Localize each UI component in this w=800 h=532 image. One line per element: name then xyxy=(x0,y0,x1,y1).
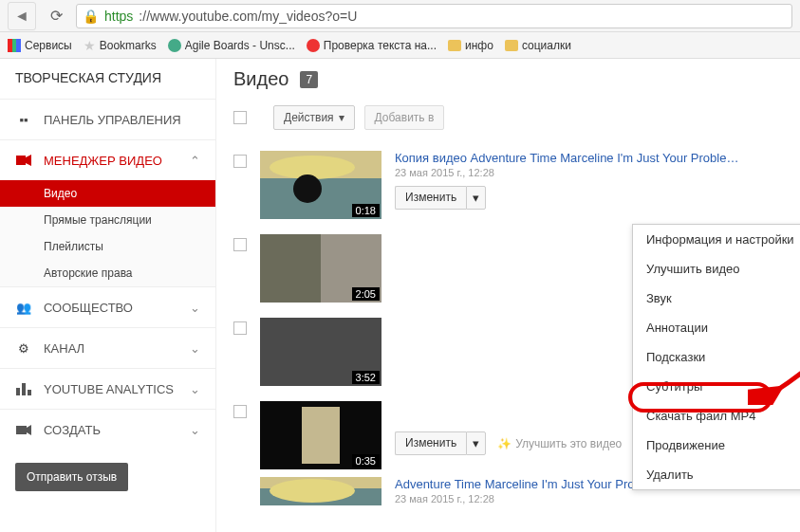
feedback-button[interactable]: Отправить отзыв xyxy=(15,463,128,491)
duration-badge: 2:05 xyxy=(352,287,380,301)
gear-icon: ⚙ xyxy=(15,339,32,357)
page-title: Видео xyxy=(233,68,288,90)
page-header: Видео 7 xyxy=(216,59,800,100)
bookmark-bookmarks[interactable]: ★Bookmarks xyxy=(84,38,157,53)
video-checkbox[interactable] xyxy=(233,321,247,335)
video-thumbnail[interactable]: 0:35 xyxy=(260,401,381,469)
bookmark-agile[interactable]: Agile Boards - Unsc... xyxy=(168,39,295,52)
edit-button[interactable]: Изменить xyxy=(395,186,466,210)
sidebar-sub-playlists[interactable]: Плейлисты xyxy=(0,233,215,260)
video-thumbnail[interactable]: 2:05 xyxy=(260,234,381,303)
url-bar[interactable]: 🔒 https://www.youtube.com/my_videos?o=U xyxy=(76,4,792,28)
sidebar: ТВОРЧЕСКАЯ СТУДИЯ ▪▪ ПАНЕЛЬ УПРАВЛЕНИЯ М… xyxy=(0,59,216,532)
favicon-icon xyxy=(168,39,181,52)
toolbar: Действия▾ Добавить в xyxy=(216,100,800,143)
video-checkbox[interactable] xyxy=(233,155,247,168)
lock-icon: 🔒 xyxy=(83,9,99,24)
edit-dropdown-toggle[interactable]: ▾ xyxy=(466,431,486,455)
video-date: 23 мая 2015 г., 12:28 xyxy=(395,493,783,504)
sidebar-item-dashboard[interactable]: ▪▪ ПАНЕЛЬ УПРАВЛЕНИЯ xyxy=(0,100,215,139)
sidebar-title: ТВОРЧЕСКАЯ СТУДИЯ xyxy=(0,64,215,99)
bookmark-apps[interactable]: Сервисы xyxy=(8,39,72,52)
video-checkbox[interactable] xyxy=(233,238,247,251)
back-button[interactable]: ◄ xyxy=(8,2,36,30)
bookmarks-bar: Сервисы ★Bookmarks Agile Boards - Unsc..… xyxy=(0,32,800,59)
dd-audio[interactable]: Звук xyxy=(633,284,800,313)
duration-badge: 0:18 xyxy=(352,204,380,217)
dd-download[interactable]: Скачать файл MP4 xyxy=(633,401,800,431)
video-thumbnail[interactable]: 0:18 xyxy=(260,151,381,219)
add-to-button[interactable]: Добавить в xyxy=(364,105,445,130)
actions-button[interactable]: Действия▾ xyxy=(273,105,355,130)
svg-rect-3 xyxy=(22,383,26,395)
video-row: 0:18 Копия видео Adventure Time Marcelin… xyxy=(216,143,800,227)
video-thumbnail[interactable] xyxy=(260,477,381,505)
dd-annotations[interactable]: Аннотации xyxy=(633,313,800,342)
folder-icon xyxy=(448,40,461,51)
video-manager-icon xyxy=(15,152,32,169)
dd-delete[interactable]: Удалить xyxy=(633,460,800,489)
url-scheme: https xyxy=(104,9,133,24)
folder-icon xyxy=(505,40,518,51)
bookmark-info[interactable]: инфо xyxy=(448,39,493,52)
chevron-down-icon: ⌄ xyxy=(190,301,200,315)
chevron-down-icon: ⌄ xyxy=(190,423,200,437)
dd-cards[interactable]: Подсказки xyxy=(633,342,800,372)
bookmark-social[interactable]: социалки xyxy=(505,39,571,52)
duration-badge: 0:35 xyxy=(352,454,380,468)
sidebar-item-video-manager[interactable]: МЕНЕДЖЕР ВИДЕО ⌃ xyxy=(0,140,215,180)
wand-icon: ✨ xyxy=(497,437,512,450)
select-all-checkbox[interactable] xyxy=(233,111,247,124)
svg-marker-1 xyxy=(26,155,31,166)
edit-button[interactable]: Изменить xyxy=(395,431,466,455)
chevron-down-icon: ⌄ xyxy=(190,382,200,396)
community-icon: 👥 xyxy=(15,299,32,316)
video-count-badge: 7 xyxy=(300,71,318,88)
dd-enhance[interactable]: Улучшить видео xyxy=(633,254,800,284)
edit-split-button[interactable]: Изменить ▾ xyxy=(395,186,486,210)
caret-down-icon: ▾ xyxy=(339,111,344,124)
sidebar-sub-copyright[interactable]: Авторские права xyxy=(0,260,215,286)
dashboard-icon: ▪▪ xyxy=(15,111,32,128)
dd-subtitles[interactable]: Субтитры xyxy=(633,372,800,401)
video-date: 23 мая 2015 г., 12:28 xyxy=(395,167,783,178)
sidebar-item-create[interactable]: СОЗДАТЬ ⌄ xyxy=(0,410,215,449)
chevron-up-icon: ⌃ xyxy=(190,154,200,168)
favicon-icon xyxy=(307,39,320,52)
apps-grid-icon xyxy=(8,39,21,52)
main-content: Видео 7 Действия▾ Добавить в 0:18 Копия … xyxy=(216,59,800,532)
edit-dropdown-toggle[interactable]: ▾ xyxy=(466,186,486,210)
svg-rect-2 xyxy=(16,388,20,395)
bars-icon xyxy=(15,380,32,397)
edit-dropdown-menu: Информация и настройки Улучшить видео Зв… xyxy=(632,224,800,490)
svg-rect-0 xyxy=(16,156,26,165)
video-title[interactable]: Копия видео Adventure Time Marceline I'm… xyxy=(395,151,783,165)
browser-toolbar: ◄ ⟳ 🔒 https://www.youtube.com/my_videos?… xyxy=(0,0,800,32)
bookmark-textcheck[interactable]: Проверка текста на... xyxy=(307,39,437,52)
video-checkbox[interactable] xyxy=(233,405,247,418)
dd-promote[interactable]: Продвижение xyxy=(633,431,800,460)
reload-button[interactable]: ⟳ xyxy=(42,2,70,30)
video-thumbnail[interactable]: 3:52 xyxy=(260,318,381,386)
sidebar-sub-live[interactable]: Прямые трансляции xyxy=(0,207,215,233)
url-path: ://www.youtube.com/my_videos?o=U xyxy=(139,9,357,24)
edit-split-button[interactable]: Изменить ▾ xyxy=(395,431,486,455)
svg-rect-5 xyxy=(16,426,27,434)
improve-video-link[interactable]: ✨Улучшить это видео xyxy=(497,437,622,450)
sidebar-sub-videos[interactable]: Видео xyxy=(0,180,215,207)
star-icon: ★ xyxy=(84,38,96,53)
chevron-down-icon: ⌄ xyxy=(190,341,200,356)
sidebar-item-community[interactable]: 👥 СООБЩЕСТВО ⌄ xyxy=(0,287,215,327)
dd-info[interactable]: Информация и настройки xyxy=(633,225,800,254)
duration-badge: 3:52 xyxy=(352,371,380,384)
camera-icon xyxy=(15,421,32,438)
sidebar-item-channel[interactable]: ⚙ КАНАЛ ⌄ xyxy=(0,328,215,368)
svg-rect-4 xyxy=(28,390,31,395)
svg-marker-6 xyxy=(27,425,31,435)
sidebar-item-analytics[interactable]: YOUTUBE ANALYTICS ⌄ xyxy=(0,369,215,409)
